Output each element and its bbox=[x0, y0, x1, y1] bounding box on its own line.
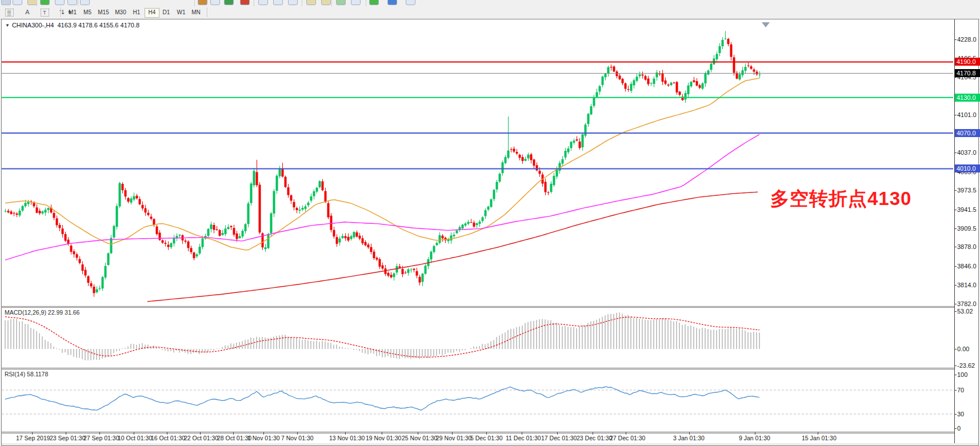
fibonacci-grid-glyph: ▒ bbox=[5, 9, 14, 17]
date-axis-label: 22 Oct 01:30 bbox=[184, 435, 218, 441]
terminal-icon[interactable] bbox=[80, 0, 90, 5]
date-axis-label: 3 Jan 01:30 bbox=[673, 435, 705, 441]
toolbar-separator bbox=[207, 7, 208, 17]
date-axis-label: 19 Nov 01:30 bbox=[366, 435, 401, 441]
toolbar-separator bbox=[366, 0, 366, 6]
timeframe-button-m30[interactable]: M30 bbox=[113, 8, 129, 17]
macd-axis-tick bbox=[954, 365, 957, 366]
line-chart-icon[interactable] bbox=[288, 0, 298, 5]
toolbar-separator bbox=[78, 0, 78, 6]
bar-chart-icon[interactable] bbox=[258, 0, 268, 5]
price-axis-label: 3846.0 bbox=[957, 263, 980, 270]
fibonacci-grid-icon[interactable]: ▒ bbox=[3, 7, 15, 17]
chart-canvas[interactable] bbox=[2, 19, 954, 444]
price-axis-tick bbox=[954, 266, 957, 267]
window-icon[interactable] bbox=[210, 0, 220, 5]
price-axis-tick bbox=[954, 228, 957, 229]
price-axis-tick bbox=[954, 247, 957, 247]
price-axis-label: 3973.5 bbox=[957, 187, 980, 194]
date-axis-label: 29 Nov 01:30 bbox=[436, 435, 471, 441]
add-chart-icon[interactable] bbox=[40, 0, 50, 5]
timeframe-button-h4[interactable]: H4 bbox=[145, 8, 159, 18]
macd-axis-label: 53.02 bbox=[957, 308, 980, 315]
timeframe-button-m5[interactable]: M5 bbox=[81, 8, 94, 17]
rsi-axis-label: 0 bbox=[957, 425, 980, 432]
rsi-axis-tick bbox=[954, 414, 957, 415]
timeframe-button-m15[interactable]: M15 bbox=[95, 8, 111, 17]
navigator-icon[interactable] bbox=[67, 0, 77, 5]
grid-icon[interactable] bbox=[406, 0, 415, 5]
toolbar-separator bbox=[331, 0, 332, 6]
level-price-badge-4130.0: 4130.0 bbox=[955, 94, 980, 102]
zoom-in-icon[interactable] bbox=[306, 0, 316, 5]
price-axis-label: 3878.0 bbox=[957, 243, 980, 250]
date-axis-label: 25 Nov 01:30 bbox=[402, 435, 437, 441]
new-order-icon[interactable] bbox=[1, 0, 11, 5]
main-price-pane bbox=[2, 31, 953, 302]
stop-icon[interactable] bbox=[240, 0, 250, 5]
date-axis-label: 17 Sep 2019 bbox=[16, 435, 50, 441]
tile-windows-icon[interactable] bbox=[336, 0, 346, 5]
autotrade-icon[interactable] bbox=[55, 0, 65, 5]
play-icon[interactable] bbox=[224, 0, 234, 5]
price-axis-tick bbox=[954, 152, 957, 153]
date-axis-label: 7 Nov 01:30 bbox=[281, 435, 314, 441]
level-price-badge-4190.0: 4190.0 bbox=[955, 58, 980, 66]
indicators-add-icon[interactable] bbox=[369, 0, 379, 5]
toolbar-separator bbox=[61, 7, 62, 17]
timeframe-button-w1[interactable]: W1 bbox=[174, 8, 188, 17]
date-axis-label: 9 Jan 01:30 bbox=[739, 435, 770, 441]
timeframe-button-h1[interactable]: H1 bbox=[130, 8, 143, 17]
price-axis-label: 3782.0 bbox=[957, 300, 980, 307]
date-axis-label: 28 Oct 01:30 bbox=[217, 435, 251, 441]
price-axis-tick bbox=[954, 39, 957, 40]
charts-icon[interactable] bbox=[13, 0, 22, 5]
chart-window[interactable]: ▼CHINA300-,H4 4163.9 4178.6 4155.6 4170.… bbox=[1, 19, 979, 446]
price-axis-tick bbox=[954, 210, 957, 210]
level-price-badge-4010.0: 4010.0 bbox=[955, 164, 980, 172]
ma-slow-red-line[interactable] bbox=[147, 192, 758, 302]
timeframe-button-mn[interactable]: MN bbox=[189, 8, 203, 17]
price-axis-line bbox=[954, 19, 955, 443]
drawing-and-timeframe-toolbar: ▒AT⇅▾M1M5M15M30H1H4D1W1MN bbox=[0, 6, 980, 19]
date-axis-label: 5 Dec 01:30 bbox=[470, 435, 503, 441]
price-axis-label: 3909.5 bbox=[957, 225, 980, 232]
date-axis-label: 11 Dec 01:30 bbox=[506, 435, 541, 441]
date-axis-label: 23 Dec 01:30 bbox=[577, 435, 612, 441]
candle-chart-icon[interactable] bbox=[273, 0, 283, 5]
zoom-out-icon[interactable] bbox=[321, 0, 331, 5]
rsi-axis-label: 100 bbox=[957, 371, 980, 378]
rsi-axis-tick bbox=[954, 375, 957, 375]
date-axis-label: 13 Nov 01:30 bbox=[329, 435, 365, 441]
date-axis-label: 17 Dec 01:30 bbox=[541, 435, 577, 441]
price-axis-label: 3814.0 bbox=[957, 282, 980, 288]
price-axis-label: 4037.0 bbox=[957, 149, 980, 156]
date-axis-label: 10 Oct 01:30 bbox=[118, 435, 152, 441]
toolbar-separator bbox=[302, 0, 302, 6]
price-axis-tick bbox=[954, 304, 957, 304]
date-axis-label: 15 Jan 01:30 bbox=[802, 435, 837, 441]
macd-axis-label: -23.62 bbox=[957, 362, 980, 369]
rsi-axis-tick bbox=[954, 428, 957, 429]
rsi-axis-tick bbox=[954, 390, 957, 391]
refresh-icon[interactable] bbox=[387, 0, 397, 5]
toolbar-separator bbox=[254, 0, 254, 6]
zoom-icon[interactable] bbox=[27, 0, 37, 5]
price-axis-label: 4101.0 bbox=[957, 111, 980, 118]
macd-axis-tick bbox=[954, 349, 957, 349]
timeframe-button-m1[interactable]: M1 bbox=[66, 8, 79, 17]
text-box-icon[interactable]: T bbox=[39, 7, 50, 17]
level-price-badge-4070.0: 4070.0 bbox=[955, 129, 980, 137]
rsi-axis-label: 70 bbox=[957, 387, 980, 393]
date-axis-label: 16 Oct 01:30 bbox=[151, 435, 185, 441]
timeframe-button-d1[interactable]: D1 bbox=[159, 8, 173, 17]
macd-axis-label: 0.00 bbox=[957, 345, 980, 352]
date-axis-label: 23 Sep 01:30 bbox=[50, 435, 85, 441]
price-axis-tick bbox=[954, 190, 957, 191]
toolbar-separator bbox=[37, 0, 37, 6]
strategy-icon[interactable] bbox=[198, 0, 207, 5]
text-label-icon[interactable]: A bbox=[22, 7, 33, 17]
macd-pane bbox=[5, 312, 759, 360]
arrange-icon[interactable] bbox=[351, 0, 361, 5]
date-axis-label: 27 Sep 01:30 bbox=[83, 435, 119, 441]
